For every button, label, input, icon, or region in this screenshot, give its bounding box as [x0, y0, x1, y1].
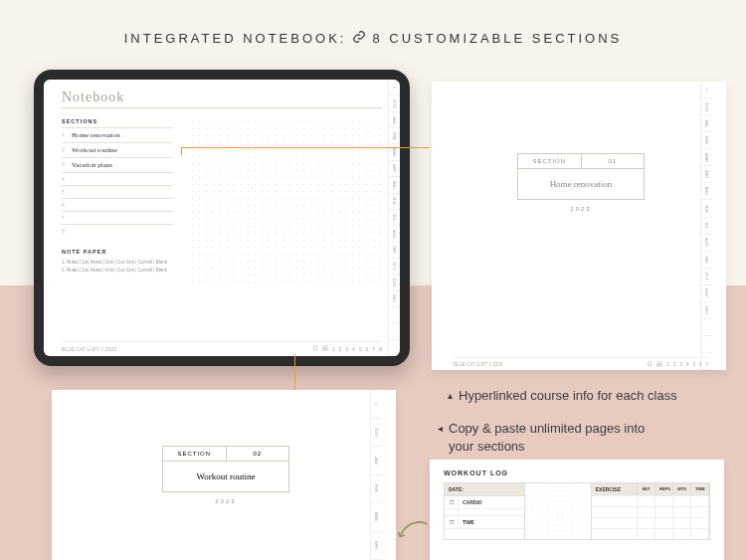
section-year: 2023 — [454, 206, 708, 212]
chart-area — [524, 483, 591, 539]
curved-arrow-icon — [396, 519, 430, 543]
workout-log-page: WORKOUT LOG DATE: ☐CARDIO ☐TIME EXERCISE… — [430, 460, 724, 560]
notepaper-options[interactable]: 1. Ruled | Dot Ruled | Grid | Dot Grid |… — [62, 259, 173, 267]
section-link[interactable]: 7 — [62, 211, 173, 224]
section-label: SECTION — [518, 154, 582, 169]
svg-rect-0 — [323, 346, 325, 348]
link-icon — [352, 30, 366, 47]
date-field[interactable]: DATE: — [445, 483, 524, 496]
svg-rect-7 — [660, 365, 662, 367]
heading-part2: 8 CUSTOMIZABLE SECTIONS — [372, 31, 622, 46]
section-header-box: SECTION 01 Home renovation — [517, 153, 645, 200]
grid-icon[interactable] — [322, 345, 328, 352]
page-footer: BLUE CAT LOFT // 2023 12 34 56 78 — [62, 341, 382, 352]
svg-rect-2 — [323, 349, 325, 351]
triangle-up-icon: ▴ — [448, 388, 453, 401]
section-number: 02 — [227, 447, 289, 462]
exercise-row[interactable] — [592, 506, 709, 517]
month-tabs[interactable]: ≡2023 JANFEB MARAPR MAYJUN JULAUG SEPOCT… — [700, 82, 712, 370]
section-label: SECTION — [163, 447, 227, 462]
section-link[interactable]: 1Home renovation — [62, 127, 173, 142]
svg-rect-3 — [325, 349, 327, 351]
page-footer: BLUE CAT LOFT // 2023 12 34 56 7 — [454, 357, 708, 368]
notebook-title: Notebook — [62, 90, 382, 105]
exercise-row[interactable] — [592, 495, 709, 506]
sections-heading: SECTIONS — [62, 118, 173, 124]
time-label: TIME — [459, 516, 524, 528]
heading-part1: INTEGRATED NOTEBOOK: — [124, 31, 347, 46]
section-year: 2023 — [74, 498, 378, 504]
section-pager[interactable]: 12 34 56 78 — [312, 345, 382, 352]
section-pager[interactable]: 12 34 56 7 — [647, 361, 708, 368]
svg-rect-4 — [657, 362, 659, 364]
notebook-page: ≡2023 JANFEB MARAPR MAYJUN JULAUG SEPOCT… — [44, 80, 400, 356]
triangle-left-icon: ◂ — [438, 420, 443, 436]
caption-hyperlinked: ▴ Hyperlinked course info for each class — [448, 388, 677, 403]
checkbox[interactable]: ☐ — [445, 496, 459, 508]
svg-rect-6 — [657, 365, 659, 367]
exercise-heading: EXERCISE — [592, 483, 638, 495]
svg-rect-5 — [660, 362, 662, 364]
section-link[interactable]: 6 — [62, 198, 173, 211]
notepaper-heading: NOTE PAPER — [62, 249, 173, 255]
month-tabs[interactable]: ≡2023 JANFEB MARAPR MAYJUN JULAUG — [370, 390, 382, 560]
section-link[interactable]: 2Workout routine — [62, 142, 173, 157]
dot-grid-area — [189, 118, 382, 287]
section-page-01: ≡2023 JANFEB MARAPR MAYJUN JULAUG SEPOCT… — [432, 82, 726, 370]
section-title: Home renovation — [518, 169, 644, 199]
workout-log-title: WORKOUT LOG — [444, 469, 710, 476]
ipad-frame: ≡2023 JANFEB MARAPR MAYJUN JULAUG SEPOCT… — [34, 70, 410, 366]
section-page-02: ≡2023 JANFEB MARAPR MAYJUN JULAUG SECTIO… — [52, 390, 396, 560]
section-link[interactable]: 5 — [62, 185, 173, 198]
exercise-row[interactable] — [592, 517, 709, 528]
section-number: 01 — [582, 154, 645, 169]
section-header-box: SECTION 02 Workout routine — [162, 446, 289, 492]
exercise-row[interactable] — [592, 528, 709, 539]
grid-icon[interactable] — [656, 361, 662, 368]
svg-rect-1 — [325, 346, 327, 348]
connector-line — [181, 147, 430, 148]
section-link[interactable]: 8 — [62, 224, 173, 237]
checkbox[interactable]: ☐ — [445, 516, 459, 528]
cardio-label: CARDIO — [459, 496, 524, 508]
page-heading: INTEGRATED NOTEBOOK: 8 CUSTOMIZABLE SECT… — [0, 30, 746, 47]
section-link[interactable]: 4 — [62, 172, 173, 185]
section-title: Workout routine — [163, 462, 288, 491]
caption-copy-paste: ◂ Copy & paste unlimited pages into your… — [438, 420, 666, 455]
month-tabs[interactable]: ≡2023 JANFEB MARAPR MAYJUN JULAUG SEPOCT… — [388, 80, 400, 356]
bookmark-icon[interactable] — [312, 345, 318, 352]
notepaper-options[interactable]: 2. Ruled | Dot Ruled | Grid | Dot Grid |… — [62, 267, 173, 275]
section-link[interactable]: 3Vacation plans — [62, 157, 173, 172]
bookmark-icon[interactable] — [647, 361, 653, 368]
